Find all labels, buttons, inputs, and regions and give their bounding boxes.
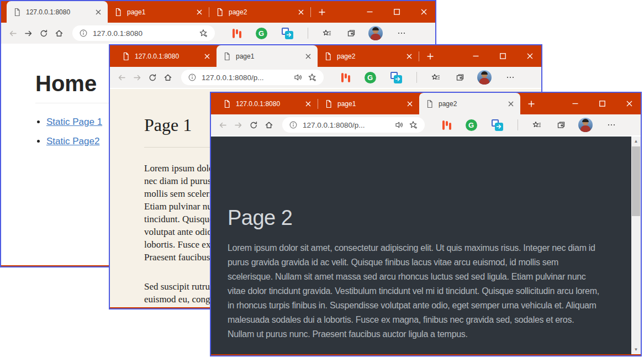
tab-close-icon[interactable]: [304, 52, 313, 61]
maximize-icon[interactable]: [499, 52, 507, 60]
maximize-icon[interactable]: [393, 8, 401, 16]
back-icon[interactable]: [117, 73, 126, 82]
back-icon[interactable]: [8, 29, 18, 38]
scrollbar-thumb[interactable]: [632, 146, 640, 216]
tab-label: page1: [337, 100, 401, 108]
tab-close-icon[interactable]: [297, 8, 305, 17]
refresh-icon[interactable]: [249, 120, 258, 130]
text-line: vitae dolor tincidunt gravida. Vestibulu…: [228, 284, 615, 298]
bars-extension-icon[interactable]: [233, 29, 241, 38]
tab-page1[interactable]: page1: [108, 1, 209, 23]
text-line: Lorem ipsum dolor sit amet, consectetur …: [228, 241, 615, 255]
profile-avatar[interactable]: [578, 118, 593, 132]
minimize-icon[interactable]: [571, 99, 579, 108]
tab-close-icon[interactable]: [195, 8, 204, 17]
read-aloud-icon[interactable]: [293, 73, 303, 82]
forward-icon[interactable]: [133, 73, 142, 82]
close-icon[interactable]: [526, 52, 534, 60]
add-favorite-star-icon[interactable]: [409, 120, 418, 130]
tab-bar: 127.0.0.1:8080 page1 page2: [110, 45, 541, 67]
back-icon[interactable]: [218, 120, 228, 130]
tab-close-icon[interactable]: [506, 99, 515, 108]
address-bar[interactable]: 127.0.0.1:8080/p...: [181, 70, 324, 85]
page2-content: Page 2 Lorem ipsum dolor sit amet, conse…: [211, 136, 641, 354]
blank-page-icon: [13, 8, 22, 17]
tab-close-icon[interactable]: [94, 8, 103, 17]
profile-avatar[interactable]: [477, 70, 492, 85]
url-text[interactable]: 127.0.0.1:8080: [93, 29, 194, 38]
translate-extension-icon[interactable]: [282, 28, 293, 39]
read-aloud-icon[interactable]: [394, 120, 404, 129]
close-icon[interactable]: [625, 99, 634, 108]
text-line: malesuada sodales dui a lobortis. Fusce …: [228, 313, 615, 327]
grammarly-icon[interactable]: G: [256, 28, 267, 39]
tab-page2[interactable]: page2: [419, 93, 520, 114]
translate-extension-icon[interactable]: [390, 72, 402, 83]
more-ellipsis-icon[interactable]: [397, 29, 406, 38]
more-ellipsis-icon[interactable]: [506, 73, 515, 82]
tab-label: page2: [439, 100, 502, 108]
tab-127-0-0-1[interactable]: 127.0.0.1:8080: [115, 45, 217, 67]
tab-page2[interactable]: page2: [318, 45, 419, 67]
new-tab-button[interactable]: [527, 99, 536, 108]
favorites-list-icon[interactable]: [532, 120, 542, 129]
more-ellipsis-icon[interactable]: [607, 120, 616, 129]
collections-icon[interactable]: [456, 73, 465, 82]
vertical-scrollbar[interactable]: ▲ ▼: [631, 136, 641, 354]
favorites-list-icon[interactable]: [431, 73, 441, 82]
browser-toolbar: 127.0.0.1:8080 G: [1, 23, 435, 44]
bars-extension-icon[interactable]: [341, 73, 350, 82]
translate-extension-icon[interactable]: [492, 119, 503, 131]
static-page-2-link[interactable]: Static Page2: [46, 136, 99, 146]
tab-divider: [419, 51, 419, 61]
tab-close-icon[interactable]: [405, 52, 414, 61]
info-icon[interactable]: [79, 29, 88, 38]
tab-close-icon[interactable]: [203, 52, 212, 61]
url-text[interactable]: 127.0.0.1:8080/p...: [202, 74, 288, 82]
refresh-icon[interactable]: [148, 73, 157, 82]
add-favorite-star-icon[interactable]: [308, 73, 317, 82]
url-text[interactable]: 127.0.0.1:8080/p...: [303, 121, 389, 129]
forward-icon[interactable]: [234, 120, 243, 130]
tab-page2[interactable]: page2: [209, 1, 310, 23]
scroll-up-icon[interactable]: ▲: [631, 136, 641, 146]
new-tab-button[interactable]: [426, 52, 435, 61]
favorites-list-icon[interactable]: [323, 29, 332, 38]
info-icon[interactable]: [289, 120, 298, 129]
home-icon[interactable]: [265, 120, 274, 130]
scroll-down-icon[interactable]: ▼: [631, 345, 641, 354]
home-icon[interactable]: [55, 29, 64, 38]
grammarly-icon[interactable]: G: [466, 119, 477, 131]
blank-page-icon: [425, 99, 434, 108]
tab-127-0-0-1[interactable]: 127.0.0.1:8080: [217, 93, 318, 114]
close-icon[interactable]: [420, 8, 428, 16]
address-bar[interactable]: 127.0.0.1:8080: [72, 25, 215, 41]
new-tab-button[interactable]: [318, 8, 326, 17]
add-favorite-star-icon[interactable]: [199, 29, 208, 38]
blank-page-icon: [324, 52, 332, 61]
tab-page1[interactable]: page1: [318, 93, 419, 114]
grammarly-icon[interactable]: G: [365, 72, 376, 83]
bars-extension-icon[interactable]: [442, 120, 451, 130]
minimize-icon[interactable]: [472, 52, 480, 60]
blank-page-icon: [215, 8, 224, 17]
tab-127-0-0-1[interactable]: 127.0.0.1:8080: [7, 1, 108, 23]
tab-label: page1: [236, 53, 299, 60]
profile-avatar[interactable]: [368, 26, 383, 40]
address-bar[interactable]: 127.0.0.1:8080/p...: [282, 117, 425, 133]
maximize-icon[interactable]: [598, 99, 606, 108]
refresh-icon[interactable]: [39, 29, 49, 38]
tab-close-icon[interactable]: [405, 99, 414, 108]
forward-icon[interactable]: [24, 29, 33, 38]
collections-icon[interactable]: [557, 120, 566, 129]
info-icon[interactable]: [188, 73, 197, 82]
blank-page-icon: [223, 99, 231, 108]
static-page-1-link[interactable]: Static Page 1: [46, 117, 102, 127]
tab-bar: 127.0.0.1:8080 page1 page2: [211, 93, 641, 114]
minimize-icon[interactable]: [366, 8, 374, 16]
collections-icon[interactable]: [347, 29, 356, 38]
tab-label: page1: [127, 8, 191, 16]
tab-close-icon[interactable]: [304, 99, 313, 108]
home-icon[interactable]: [163, 73, 173, 82]
tab-page1[interactable]: page1: [217, 45, 318, 67]
